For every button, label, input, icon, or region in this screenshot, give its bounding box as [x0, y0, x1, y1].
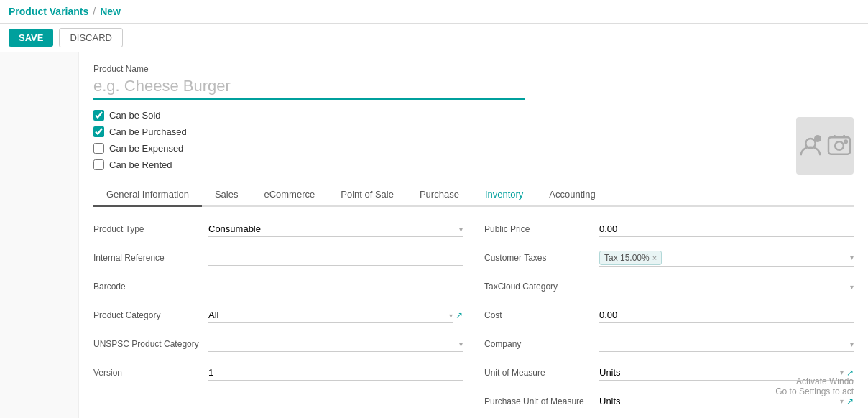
tab-inventory[interactable]: Inventory — [472, 183, 536, 207]
svg-text:+: + — [816, 135, 820, 143]
field-label-1: Internal Reference — [93, 253, 208, 263]
chevron-down-icon: ▾ — [459, 340, 463, 348]
watermark-line1: Activate Windo — [775, 376, 854, 386]
field-row-product-type: Product TypeConsumableStorable ProductSe… — [93, 218, 463, 240]
field-row-right-customer-taxes: Customer TaxesTax 15.00%×▾ — [484, 247, 854, 269]
field-label-right-3: Cost — [484, 310, 599, 320]
field-label-right-4: Company — [484, 339, 599, 349]
checkbox-item-0: Can be Sold — [93, 110, 854, 121]
external-link-icon[interactable]: ↗ — [456, 310, 463, 320]
product-tabs: General InformationSaleseCommercePoint o… — [93, 183, 854, 207]
field-row-right-public-price: Public Price — [484, 218, 854, 240]
field-label-right-6: Purchase Unit of Measure — [484, 396, 599, 407]
left-fields: Product TypeConsumableStorable ProductSe… — [93, 218, 463, 418]
field-row-version: Version — [93, 362, 463, 384]
field-row-right-cost: Cost — [484, 305, 854, 326]
save-button[interactable]: SAVE — [9, 29, 53, 47]
field-label-0: Product Type — [93, 224, 208, 234]
chevron-down-icon: ▾ — [850, 254, 854, 261]
chevron-down-icon: ▾ — [449, 312, 453, 320]
chevron-down-icon: ▾ — [850, 340, 854, 348]
tab-ecommerce[interactable]: eCommerce — [251, 183, 328, 207]
chevron-down-icon: ▾ — [459, 226, 463, 233]
product-name-section: Product Name — [93, 64, 854, 110]
checkbox-can-be-rented[interactable] — [93, 159, 104, 170]
field-label-3: Product Category — [93, 310, 208, 320]
input-right-cost[interactable] — [599, 307, 854, 323]
field-row-product-category: Product CategoryAll▾↗ — [93, 305, 463, 326]
checkbox-label-3: Can be Rented — [109, 159, 172, 170]
checkbox-item-1: Can be Purchased — [93, 126, 854, 137]
breadcrumb-link[interactable]: Product Variants — [9, 6, 88, 17]
checkbox-item-2: Can be Expensed — [93, 143, 854, 154]
left-sidebar — [0, 52, 79, 418]
field-label-2: Barcode — [93, 282, 208, 292]
field-label-5: Version — [93, 368, 208, 378]
form-area: + Product Name Can be SoldCan be Purchas… — [79, 52, 868, 418]
tab-purchase[interactable]: Purchase — [407, 183, 472, 207]
breadcrumb-bar: Product Variants / New — [0, 0, 868, 24]
checkbox-can-be-expensed[interactable] — [93, 143, 104, 154]
chevron-down-icon: ▾ — [840, 397, 844, 405]
field-row-barcode: Barcode — [93, 276, 463, 297]
action-bar: SAVE DISCARD — [0, 24, 868, 52]
checkbox-can-be-sold[interactable] — [93, 110, 104, 121]
tab-accounting[interactable]: Accounting — [536, 183, 608, 207]
select-unspsc-product-category[interactable] — [208, 336, 463, 352]
breadcrumb-current: New — [100, 6, 121, 17]
field-label-4: UNSPSC Product Category — [93, 339, 208, 349]
tax-badge-label: Tax 15.00% — [604, 253, 650, 263]
input-barcode[interactable] — [208, 279, 463, 294]
tax-badge: Tax 15.00%× — [599, 251, 662, 265]
tab-point-of-sale[interactable]: Point of Sale — [328, 183, 407, 207]
field-row-unspsc-product-category: UNSPSC Product Category▾ — [93, 333, 463, 355]
select-units-6[interactable]: Units — [599, 396, 837, 407]
field-row-right-taxcloud-category: TaxCloud Category▾ — [484, 276, 854, 297]
breadcrumb-separator: / — [93, 6, 96, 17]
watermark-line2: Go to Settings to act — [775, 386, 854, 396]
main-content: + Product Name Can be SoldCan be Purchas… — [0, 52, 868, 418]
input-right-public-price[interactable] — [599, 221, 854, 237]
field-label-right-2: TaxCloud Category — [484, 282, 599, 292]
svg-point-5 — [845, 141, 847, 143]
field-label-right-5: Unit of Measure — [484, 368, 599, 378]
checkbox-can-be-purchased[interactable] — [93, 126, 104, 137]
external-link-icon[interactable]: ↗ — [846, 396, 854, 407]
product-flags: Can be SoldCan be PurchasedCan be Expens… — [93, 110, 854, 170]
select-right-taxcloud-category[interactable] — [599, 279, 854, 294]
input-version[interactable] — [208, 365, 463, 381]
product-image-placeholder[interactable]: + — [796, 117, 854, 175]
select-right-company[interactable] — [599, 336, 854, 352]
activate-watermark: Activate Windo Go to Settings to act — [775, 376, 854, 396]
chevron-down-icon: ▾ — [840, 368, 844, 376]
checkbox-label-2: Can be Expensed — [109, 143, 183, 154]
checkbox-label-0: Can be Sold — [109, 110, 161, 121]
product-name-input[interactable] — [93, 77, 525, 100]
checkbox-item-3: Can be Rented — [93, 159, 854, 170]
breadcrumb: Product Variants / New — [9, 6, 121, 17]
tax-badge-remove[interactable]: × — [652, 254, 657, 262]
tab-general-information[interactable]: General Information — [93, 183, 202, 207]
tab-sales[interactable]: Sales — [202, 183, 251, 207]
field-row-right-company: Company▾ — [484, 333, 854, 355]
discard-button[interactable]: DISCARD — [59, 28, 123, 47]
field-label-right-1: Customer Taxes — [484, 253, 599, 263]
field-label-right-0: Public Price — [484, 224, 599, 234]
field-row-internal-reference: Internal Reference — [93, 247, 463, 269]
svg-point-4 — [835, 141, 844, 150]
checkbox-label-1: Can be Purchased — [109, 126, 187, 137]
product-name-label: Product Name — [93, 64, 854, 74]
input-internal-reference[interactable] — [208, 250, 463, 266]
fields-container: Product TypeConsumableStorable ProductSe… — [93, 218, 854, 418]
chevron-down-icon: ▾ — [850, 283, 854, 291]
select-product-type[interactable]: ConsumableStorable ProductService — [208, 221, 463, 237]
select-product-category[interactable]: All — [208, 307, 453, 323]
